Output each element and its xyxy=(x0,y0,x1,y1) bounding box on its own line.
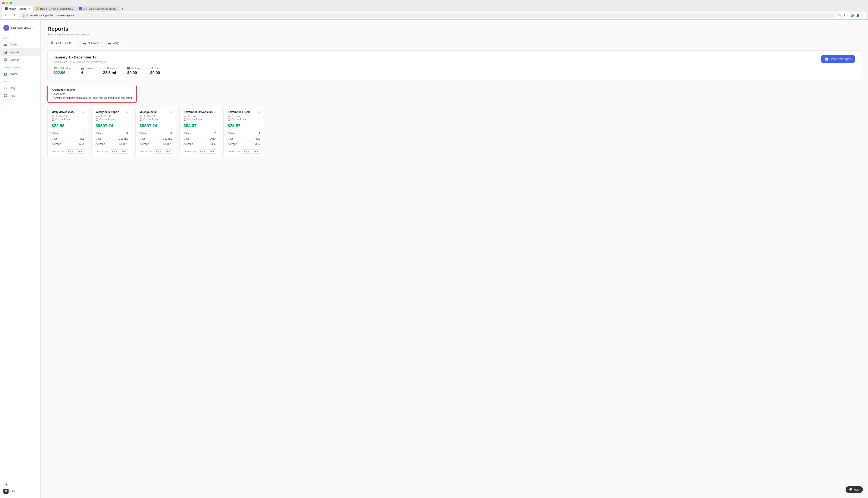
sidebar-item-settings[interactable]: ⚙️ Settings xyxy=(0,56,40,64)
vehicle-clear-icon[interactable]: ✕ xyxy=(120,41,123,44)
delete-icon[interactable]: 🗑 xyxy=(257,110,260,114)
export-pdf-button[interactable]: PDF xyxy=(120,149,128,154)
stat-icon-tolls: ⏱ xyxy=(150,67,153,70)
url-bar[interactable]: 🔒 drivedash.staging.mileiq.com/user/repo… xyxy=(19,13,837,18)
help-bubble-icon: 💬 xyxy=(849,488,852,491)
report-card-card2: Yearly 2022 report 🗑 May 9 - Dec 15 📋 Cu… xyxy=(91,107,132,157)
card-title: November Drives 2022 xyxy=(183,110,213,114)
card-amount: $6807.24 xyxy=(95,123,128,128)
help-bubble[interactable]: 💬 Help xyxy=(845,486,863,493)
card-stat-row: Miles 11231.9 xyxy=(95,136,128,142)
activity-icon: ◑ xyxy=(3,482,9,487)
browser-tab-tab3[interactable]: A AR - Create a report via dashb... ✕ xyxy=(76,6,119,12)
card-stat-value: $5.64 xyxy=(78,143,84,145)
date-range-label: Jan 1 - Dec 19 xyxy=(55,42,72,44)
card-footer: Dec 19, 2022 CSV PDF xyxy=(51,149,84,154)
card-title: November 1-15th xyxy=(228,110,250,114)
card-header: Mileage 2022 🗑 xyxy=(139,110,173,114)
summary-header: January 1 - December 19 Drive range: Jan… xyxy=(54,55,855,63)
blog-icon: 📖 xyxy=(3,86,7,90)
card-stat-label: Average xyxy=(95,143,105,145)
card-export-buttons: CSV PDF xyxy=(242,149,260,154)
new-tab-button[interactable]: + xyxy=(119,6,125,12)
card-stat-label: Miles xyxy=(139,137,145,140)
export-pdf-button[interactable]: PDF xyxy=(164,149,173,154)
export-csv-button[interactable]: CSV xyxy=(242,149,251,154)
export-csv-button[interactable]: CSV xyxy=(198,149,207,154)
extensions-icon[interactable]: 🧩 xyxy=(851,14,855,17)
stat-drives: 🚗 Drives 4 xyxy=(81,67,93,75)
avatar: k xyxy=(3,25,9,31)
export-csv-button[interactable]: CSV xyxy=(110,149,119,154)
page-title: Reports xyxy=(48,26,861,32)
delete-icon[interactable]: 🗑 xyxy=(125,110,128,114)
profile-icon[interactable]: 👤 xyxy=(856,14,859,17)
card-stat-label: Average xyxy=(51,143,61,145)
tab-close-icon[interactable]: ✕ xyxy=(28,7,30,10)
stat-icon-total_value: 💳 xyxy=(54,67,57,70)
sidebar-item-teams-label: Teams xyxy=(9,72,17,76)
card-stat-value: 11231.9 xyxy=(119,137,128,140)
custom-report-icon: 📋 xyxy=(95,118,99,121)
export-pdf-button[interactable]: PDF xyxy=(252,149,260,154)
vehicle-filter[interactable]: 🚗 Maxy ✕ xyxy=(105,40,126,46)
drives-filter[interactable]: 🚗 All drives ▾ xyxy=(80,40,103,46)
browser-tab-tab1[interactable]: M MileIQ - Reports ✕ xyxy=(2,6,33,12)
account-switcher[interactable]: k kris@daily-drive... ▾ xyxy=(0,23,40,34)
card-amount: $64.07 xyxy=(183,123,216,128)
window-close[interactable] xyxy=(2,2,5,4)
card-stat-value: $358.28 xyxy=(163,143,173,145)
export-csv-button[interactable]: CSV xyxy=(66,149,75,154)
back-button[interactable]: ‹ xyxy=(4,13,7,17)
tab-close-icon[interactable]: ✕ xyxy=(76,7,76,10)
date-range-clear-icon[interactable]: ✕ xyxy=(73,41,76,44)
drives-filter-icon: 🚗 xyxy=(83,41,86,44)
card-amount: $22.56 xyxy=(51,123,84,128)
summary-range: Drive range: Jan 1 - Dec 19 • All drives… xyxy=(54,60,106,63)
stat-value-parking: $0.00 xyxy=(127,70,140,75)
menu-section-label: Menu xyxy=(0,34,40,41)
app-layout: k kris@daily-drive... ▾ Menu 🚗 Drives 📊 … xyxy=(0,19,868,498)
sidebar-item-reports[interactable]: 📊 Reports xyxy=(0,48,40,56)
reload-button[interactable]: ↻ xyxy=(13,13,17,17)
stat-value-total_value: $22.56 xyxy=(54,70,71,75)
reports-icon: 📊 xyxy=(3,50,7,54)
sidebar-item-drives[interactable]: 🚗 Drives xyxy=(0,41,40,48)
window-maximize[interactable] xyxy=(10,2,12,4)
sidebar-item-blog[interactable]: 📖 Blog xyxy=(0,84,40,92)
stat-label-drives: 🚗 Drives xyxy=(81,67,93,70)
menu-dots-icon[interactable]: ⋮ xyxy=(861,14,864,17)
card-stat-row: Average $3.17 xyxy=(228,142,260,147)
stat-icon-drives: 🚗 xyxy=(81,67,84,70)
bookmark-icon[interactable]: ☆ xyxy=(847,14,850,17)
search-icon[interactable]: 🔍 xyxy=(838,14,842,17)
delete-icon[interactable]: 🗑 xyxy=(169,110,173,114)
export-csv-button[interactable]: CSV xyxy=(154,149,163,154)
tab-bar: M MileIQ - Reports ✕ ? How to: Create a … xyxy=(2,6,866,12)
summary-card: January 1 - December 19 Drive range: Jan… xyxy=(48,50,861,80)
card-type: 📋 Custom Report xyxy=(183,118,216,121)
card-stat-row: Drives 4 xyxy=(51,131,84,136)
browser-tab-tab2[interactable]: ? How to: Create a Report throu... ✕ xyxy=(33,6,76,12)
card-date-range: Nov 9 - Nov 19 xyxy=(183,115,216,117)
create-report-button[interactable]: 📄 Create this report xyxy=(821,55,855,63)
export-pdf-button[interactable]: PDF xyxy=(76,149,84,154)
sidebar-item-settings-label: Settings xyxy=(9,58,20,62)
sidebar-item-help[interactable]: 🛟 Help xyxy=(0,92,40,100)
custom-report-icon: 📋 xyxy=(51,118,54,121)
delete-icon[interactable]: 🗑 xyxy=(213,110,216,114)
card-date-range: Jan 1 - Dec 19 xyxy=(51,115,84,117)
drives-dropdown-icon: ▾ xyxy=(99,42,101,44)
delete-icon[interactable]: 🗑 xyxy=(81,110,84,114)
sidebar-item-teams[interactable]: 👥 Teams xyxy=(0,70,40,78)
card-footer-date: Dec 19, 2022 xyxy=(139,150,153,153)
date-range-filter[interactable]: 📅 Jan 1 - Dec 19 ✕ xyxy=(48,40,78,46)
forward-button[interactable]: › xyxy=(9,13,12,17)
window-minimize[interactable] xyxy=(6,2,9,4)
card-stat-label: Average xyxy=(183,143,193,145)
share-icon[interactable]: ⬆ xyxy=(843,14,845,17)
custom-report-icon: 📋 xyxy=(228,118,230,121)
stat-label-parking: 🅿 Parking xyxy=(127,67,140,70)
card-export-buttons: CSV PDF xyxy=(154,149,173,154)
export-pdf-button[interactable]: PDF xyxy=(208,149,216,154)
